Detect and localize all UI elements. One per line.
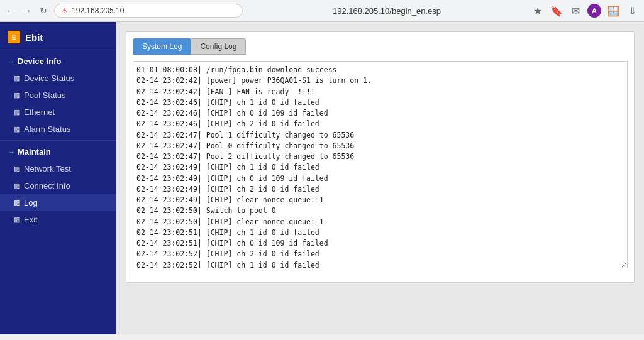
download-button[interactable]: ⇓ xyxy=(625,4,639,18)
security-warning-icon: ⚠ xyxy=(61,6,68,15)
extensions-button[interactable]: 🪟 xyxy=(606,4,620,18)
profile-avatar[interactable]: A xyxy=(587,4,601,18)
sidebar-item-alarm-status[interactable]: ▩ Alarm Status xyxy=(0,121,116,138)
brand-label: Ebit xyxy=(25,32,43,43)
content-area: System Log Config Log xyxy=(116,22,644,334)
arrow-icon: → xyxy=(8,57,15,66)
browser-chrome: ← → ↻ ⚠ 192.168.205.10 192.168.205.10/be… xyxy=(0,0,644,22)
sidebar-item-network-test[interactable]: ▩ Network Test xyxy=(0,160,116,177)
monitor-icon: ▩ xyxy=(14,165,20,173)
sidebar-item-log[interactable]: ▩ Log xyxy=(0,194,116,211)
sidebar-item-label: Log xyxy=(24,198,38,207)
brand-icon: E xyxy=(8,31,20,43)
main-layout: E Ebit → Device Info ▩ Device Status ▩ P… xyxy=(0,22,644,334)
sidebar-item-device-status[interactable]: ▩ Device Status xyxy=(0,70,116,87)
sidebar-item-label: Ethernet xyxy=(24,107,55,117)
arrow-icon: → xyxy=(8,148,15,156)
sidebar-item-connect-info[interactable]: ▩ Connect Info xyxy=(0,177,116,194)
sidebar-item-device-info[interactable]: → Device Info xyxy=(0,53,116,70)
browser-actions: ★ 🔖 ✉ A 🪟 ⇓ xyxy=(531,4,639,18)
sidebar-item-maintain[interactable]: → Maintain xyxy=(0,143,116,160)
monitor-icon: ▩ xyxy=(14,91,20,99)
refresh-button[interactable]: ↻ xyxy=(38,5,49,16)
collections-button[interactable]: 🔖 xyxy=(550,4,564,18)
bookmark-star-button[interactable]: ★ xyxy=(531,4,545,18)
log-textarea[interactable] xyxy=(133,61,628,268)
tab-system-log[interactable]: System Log xyxy=(133,38,191,55)
sidebar-item-exit[interactable]: ▩ Exit xyxy=(0,211,116,228)
tab-bar: System Log Config Log xyxy=(133,38,628,55)
content-panel: System Log Config Log xyxy=(126,31,635,283)
tab-config-log[interactable]: Config Log xyxy=(191,38,246,55)
sidebar: E Ebit → Device Info ▩ Device Status ▩ P… xyxy=(0,22,116,334)
monitor-icon: ▩ xyxy=(14,74,20,82)
sidebar-item-label: Device Status xyxy=(24,74,74,83)
sidebar-item-label: Alarm Status xyxy=(24,124,70,134)
sidebar-brand: E Ebit xyxy=(0,27,116,50)
monitor-icon: ▩ xyxy=(14,199,20,207)
address-bar[interactable]: ⚠ 192.168.205.10 xyxy=(54,4,243,18)
address-text: 192.168.205.10 xyxy=(72,6,124,15)
sidebar-divider xyxy=(0,140,116,141)
page-url: 192.168.205.10/begin_en.esp xyxy=(248,6,526,16)
sidebar-item-ethernet[interactable]: ▩ Ethernet xyxy=(0,104,116,121)
sidebar-item-label: Maintain xyxy=(18,147,51,156)
browser-toolbar: ← → ↻ ⚠ 192.168.205.10 192.168.205.10/be… xyxy=(0,0,644,21)
sidebar-item-label: Device Info xyxy=(18,57,61,66)
sidebar-item-label: Pool Status xyxy=(24,90,66,100)
sidebar-item-pool-status[interactable]: ▩ Pool Status xyxy=(0,87,116,104)
monitor-icon: ▩ xyxy=(14,216,20,224)
back-button[interactable]: ← xyxy=(5,5,16,16)
sidebar-item-label: Network Test xyxy=(24,164,71,173)
sidebar-item-label: Connect Info xyxy=(24,181,70,190)
sidebar-item-label: Exit xyxy=(24,215,38,224)
monitor-icon: ▩ xyxy=(14,125,20,133)
monitor-icon: ▩ xyxy=(14,108,20,116)
favorites-button[interactable]: ✉ xyxy=(569,4,582,18)
forward-button[interactable]: → xyxy=(21,5,33,16)
monitor-icon: ▩ xyxy=(14,182,20,190)
